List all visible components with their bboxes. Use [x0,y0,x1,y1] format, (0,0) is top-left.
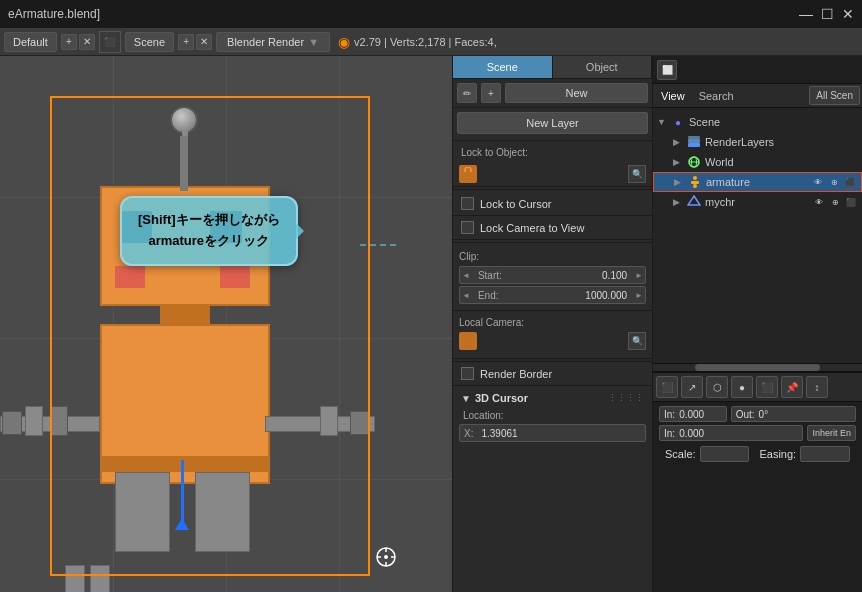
scene-selector[interactable]: Scene [125,32,174,52]
main-layout: [Shift]キーを押しながら armatureをクリック Scene Obje… [0,56,862,592]
remove-workspace-btn[interactable]: ✕ [79,34,95,50]
tab-object[interactable]: Object [553,56,653,78]
armature-cursor-icon[interactable]: ⊕ [827,175,841,189]
lock-camera-row[interactable]: Lock Camera to View [453,216,652,240]
panel-content: ✏ + New New Layer Lock to Object: � [453,79,652,592]
armature-icon [687,174,703,190]
scale-field[interactable] [700,446,750,462]
armature-controls: 👁 ⊕ ⬛ [811,175,857,189]
keyframe-area: In: 0.000 Out: 0° In: 0.000 Inherit En [653,402,862,468]
armature-render-icon[interactable]: ⬛ [843,175,857,189]
tree-item-armature[interactable]: ▶ armature 👁 ⊕ ⬛ [653,172,862,192]
blender-logo: ◉ [338,34,350,50]
char-cheek-left [115,266,145,288]
char-belt [100,456,270,472]
tree-item-scene[interactable]: ▼ ● Scene [653,112,862,132]
curve-ctrl-3[interactable]: ⬡ [706,376,728,398]
minimize-btn[interactable]: — [799,6,813,22]
in2-label: In: [664,428,675,439]
mychr-visibility-icon[interactable]: 👁 [812,195,826,209]
remove-scene-btn[interactable]: ✕ [196,34,212,50]
curve-ctrl-4[interactable]: ● [731,376,753,398]
char-arm-gray-3 [50,406,68,436]
svg-rect-11 [688,136,700,139]
in-field[interactable]: In: 0.000 [659,406,727,422]
toolbar-add-icon[interactable]: + [481,83,501,103]
curve-ctrl-7[interactable]: ↕ [806,376,828,398]
outliner-all-scenes-btn[interactable]: All Scen [809,86,860,105]
svg-rect-6 [463,172,473,180]
curve-ctrl-6[interactable]: 📌 [781,376,803,398]
render-border-row[interactable]: Render Border [453,361,652,386]
clip-section: Clip: ◄ Start: 0.100 ► ◄ End: 1000.000 ► [453,245,652,310]
tree-item-renderlayers[interactable]: ▶ RenderLayers [653,132,862,152]
toolbar-pencil-icon[interactable]: ✏ [457,83,477,103]
armature-visibility-icon[interactable]: 👁 [811,175,825,189]
workspace-selector[interactable]: Default [4,32,57,52]
char-arm-right-end [350,411,370,435]
tab-scene[interactable]: Scene [453,56,553,78]
search-camera-btn[interactable]: 🔍 [628,332,646,350]
outliner-tree: ▼ ● Scene ▶ RenderLayers ▶ [653,108,862,363]
svg-point-5 [384,555,388,559]
tooltip-line1: [Shift]キーを押しながら [138,210,280,231]
inherit-button[interactable]: Inherit En [807,425,856,441]
search-object-btn[interactable]: 🔍 [628,165,646,183]
local-camera-section: Local Camera: 🔍 [453,310,652,356]
renderer-selector[interactable]: Blender Render ▼ [216,32,330,52]
small-char-left [65,565,85,592]
curve-ctrl-5[interactable]: ⬛ [756,376,778,398]
outliner-scrollbar[interactable] [653,363,862,371]
outliner-search-tab[interactable]: Search [693,87,740,105]
outliner-view-tab[interactable]: View [655,87,691,105]
x-coord-field[interactable]: X: 1.39061 [459,424,646,442]
tree-item-mychr[interactable]: ▶ mychr 👁 ⊕ ⬛ [653,192,862,212]
end-label: End: [472,290,579,301]
x-coord-value: 1.39061 [477,428,521,439]
lock-camera-checkbox[interactable] [461,221,474,234]
close-btn[interactable]: ✕ [842,6,854,22]
x-axis-label: X: [460,428,477,439]
maximize-btn[interactable]: ☐ [821,6,834,22]
titlebar: eArmature.blend] — ☐ ✕ [0,0,862,28]
render-border-label: Render Border [480,368,552,380]
cursor-section-header[interactable]: ▼ 3D Cursor ⋮⋮⋮⋮ [459,388,646,408]
new-button[interactable]: New [505,83,648,103]
new-layer-button[interactable]: New Layer [457,112,648,134]
easing-field[interactable] [800,446,850,462]
svg-rect-15 [691,181,699,184]
outliner-icon[interactable]: ⬜ [657,60,677,80]
mychr-render-icon[interactable]: ⬛ [844,195,858,209]
out-field[interactable]: Out: 0° [731,406,856,422]
mychr-icon [686,194,702,210]
renderlayers-icon [686,134,702,150]
scene-expand-arrow: ▼ [657,117,667,127]
lock-object-label: Lock to Object: [453,143,652,162]
start-left-arrow: ◄ [460,271,472,280]
add-workspace-btn[interactable]: + [61,34,77,50]
clip-label: Clip: [459,249,646,264]
viewport[interactable]: [Shift]キーを押しながら armatureをクリック [0,56,452,592]
start-field[interactable]: ◄ Start: 0.100 ► [459,266,646,284]
panel-toolbar: ✏ + New [453,79,652,108]
tree-item-world[interactable]: ▶ World [653,152,862,172]
curve-ctrl-1[interactable]: ⬛ [656,376,678,398]
scene-icon: ● [670,114,686,130]
char-cheek-right [220,266,250,288]
curve-ctrl-2[interactable]: ↗ [681,376,703,398]
end-field[interactable]: ◄ End: 1000.000 ► [459,286,646,304]
tooltip-bubble: [Shift]キーを押しながら armatureをクリック [120,196,298,266]
titlebar-controls: — ☐ ✕ [799,6,854,22]
lock-cursor-checkbox[interactable] [461,197,474,210]
char-leg-right [195,472,250,552]
svg-rect-7 [463,338,471,344]
mychr-cursor-icon[interactable]: ⊕ [828,195,842,209]
add-scene-btn[interactable]: + [178,34,194,50]
out-label: Out: [736,409,755,420]
start-label: Start: [472,270,596,281]
end-left-arrow: ◄ [460,291,472,300]
render-border-checkbox[interactable] [461,367,474,380]
world-expand-arrow: ▶ [673,157,683,167]
in2-field[interactable]: In: 0.000 [659,425,803,441]
lock-cursor-row[interactable]: Lock to Cursor [453,192,652,216]
